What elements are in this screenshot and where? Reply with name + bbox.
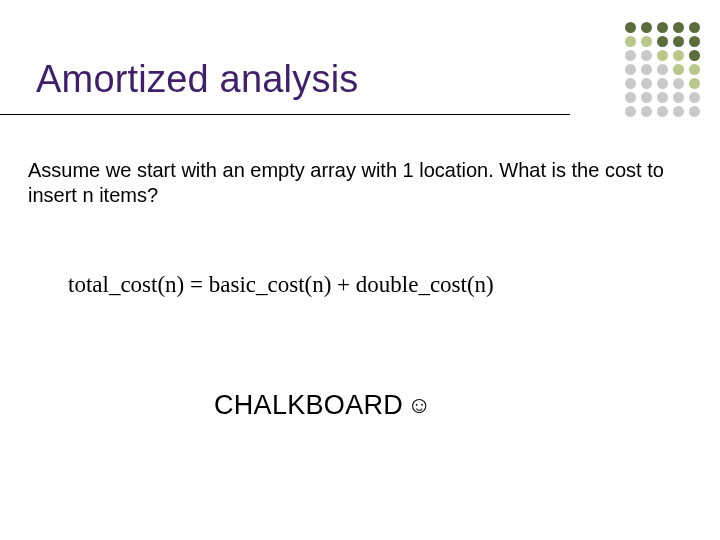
dot-icon [689,36,700,47]
dot-icon [657,64,668,75]
body-text: Assume we start with an empty array with… [28,158,678,208]
dots-row [570,64,700,75]
dot-icon [689,78,700,89]
dot-icon [689,50,700,61]
slide-title: Amortized analysis [36,58,359,101]
dot-icon [625,64,636,75]
dot-icon [673,36,684,47]
dot-icon [625,50,636,61]
dot-icon [641,36,652,47]
dots-row [570,92,700,103]
dot-icon [673,106,684,117]
dot-icon [641,106,652,117]
dot-icon [689,22,700,33]
dot-icon [657,92,668,103]
dot-icon [625,106,636,117]
dot-icon [657,50,668,61]
decorative-dots [570,22,700,117]
smiley-icon: ☺ [407,391,432,419]
dot-icon [641,64,652,75]
dot-icon [673,64,684,75]
dot-icon [657,36,668,47]
dots-row [570,36,700,47]
equation-text: total_cost(n) = basic_cost(n) + double_c… [68,272,494,298]
dots-row [570,50,700,61]
chalkboard-label: CHALKBOARD [214,390,403,420]
slide: Amortized analysis Assume we start with … [0,0,720,540]
dot-icon [641,50,652,61]
dot-icon [657,106,668,117]
dot-icon [625,78,636,89]
dot-icon [673,92,684,103]
dot-icon [673,22,684,33]
title-underline [0,114,570,115]
dot-icon [657,22,668,33]
dot-icon [689,64,700,75]
dot-icon [673,50,684,61]
chalkboard-text: CHALKBOARD☺ [214,390,432,421]
dot-icon [673,78,684,89]
dots-row [570,78,700,89]
dot-icon [625,22,636,33]
dot-icon [641,22,652,33]
dot-icon [641,92,652,103]
dot-icon [689,92,700,103]
dot-icon [625,92,636,103]
dot-icon [657,78,668,89]
dot-icon [689,106,700,117]
dots-row [570,22,700,33]
dot-icon [641,78,652,89]
dot-icon [625,36,636,47]
dots-row [570,106,700,117]
